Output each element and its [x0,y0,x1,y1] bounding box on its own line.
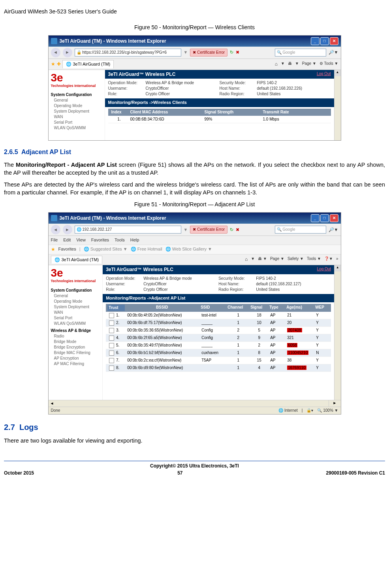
forward-button[interactable]: ► [63,225,72,234]
col-signal: Signal Strength [203,109,261,115]
nav-wan[interactable]: WAN [51,114,102,120]
trust-checkbox[interactable] [109,313,114,318]
minimize-button[interactable]: _ [311,214,319,222]
table-row: 6.00:0b:6b:b1:b2:bf(WistronNew)cuxhaven1… [106,349,331,357]
menu-tools[interactable]: Tools [115,237,125,243]
favorites-icon[interactable]: ★ [51,246,55,253]
screenshot-adjacent-ap: 3eTI AirGuard (TM) - Windows Internet Ex… [48,212,341,415]
back-button[interactable]: ◄ [51,225,60,234]
info-block: Operation Mode:Wireless AP & Bridge mode… [105,79,334,98]
suggested-sites-link[interactable]: 🌐 Suggested Sites ▼ [84,246,128,252]
nav-general[interactable]: General [51,293,100,299]
forward-button[interactable]: ► [63,48,72,57]
trust-checkbox[interactable] [109,351,114,356]
para-1: The Monitoring/Report - Adjacent AP List… [4,161,385,177]
menu-edit[interactable]: Edit [63,237,71,243]
trust-checkbox[interactable] [109,366,114,371]
address-toolbar: ◄ ► 🌐 192.168.202.127 ▼ ✖ Certificate Er… [49,224,341,236]
col-bssid: BSSID [125,305,199,311]
tab-bar: ★ ✚ 🌐 3eTI AirGuard (TM) ▼ 🖶▼ Page ▼ Too… [49,59,341,70]
window-titlebar: 3eTI AirGuard (TM) - Windows Internet Ex… [49,36,341,47]
nav-general[interactable]: General [51,98,102,103]
favorites-icon[interactable]: ★ [51,61,55,68]
tools-menu[interactable]: Tools ▼ [319,61,338,68]
maximize-button[interactable]: □ [320,214,329,222]
trust-checkbox[interactable] [109,358,114,363]
doc-header: AirGuard WiMesh 3e-523 Series User's Gui… [4,8,385,16]
close-button[interactable]: ✕ [330,37,338,45]
browser-tab[interactable]: 🌐 3eTI AirGuard (TM) [51,256,103,264]
menu-help[interactable]: Help [130,237,139,243]
menu-bar: File Edit View Favorites Tools Help [49,236,341,245]
nav-serial-port[interactable]: Serial Port [51,120,102,125]
window-title: 3eTI AirGuard (TM) - Windows Internet Ex… [60,215,166,222]
trust-checkbox[interactable] [109,335,114,341]
nav-section-sysconfig: System Configuration [51,92,102,98]
url-field[interactable]: 🔒 https://192.168.202.226/cgi-bin/sgatew… [75,49,181,57]
logout-link[interactable]: Log Out [317,266,331,273]
search-input[interactable]: 🔍 Google [275,226,326,234]
table-row: 8.00:0b:6b:d9:80:6e(WistronNew)14AP16769… [106,364,331,372]
menu-favorites[interactable]: Favorites [91,237,109,243]
trust-checkbox[interactable] [109,328,114,333]
zoom-level[interactable]: 🔍 100% ▼ [317,408,338,413]
back-button[interactable]: ◄ [51,48,60,57]
nav-bridge-encryption[interactable]: Bridge Encryption [51,345,100,350]
nav-ap-encryption[interactable]: AP Encryption [51,356,100,361]
nav-section-sysconfig: System Configuration [51,288,100,293]
table-row: 5.00:0b:6b:35:49:f7(WistronNew)_____12AP… [106,342,331,349]
footer-date: October 2015 [4,470,34,477]
cert-error-badge[interactable]: ✖ Certificate Error [190,49,227,57]
nav-ap-mac-filtering[interactable]: AP MAC Filtering [51,361,100,367]
scrollbar[interactable]: ▲ [334,265,340,400]
nav-wlan-qos[interactable]: WLAN QoS/WMM [51,321,100,326]
copyright: Copyright© 2015 Ultra Electronics, 3eTI [4,463,385,469]
nav-operating-mode[interactable]: Operating Mode [51,299,100,304]
nav-operating-mode[interactable]: Operating Mode [51,103,102,109]
tools-menu[interactable]: Tools ▼ [307,256,321,263]
nav-radio[interactable]: Radio [51,334,100,339]
minimize-button[interactable]: _ [311,37,319,45]
search-input[interactable]: 🔍 Google [275,49,326,57]
section-2-7: 2.7 Logs [4,422,385,433]
table-row: 7.00:0b:6b:2c:ea:cf(WistronNew)T5AP115AP… [106,357,331,364]
nav-wlan-qos[interactable]: WLAN QoS/WMM [51,125,102,131]
nav-serial-port[interactable]: Serial Port [51,315,100,321]
window-titlebar: 3eTI AirGuard (TM) - Windows Internet Ex… [49,213,341,224]
col-signal: Signal [249,305,268,311]
maximize-button[interactable]: □ [320,37,329,45]
section-bar: Monitoring/Reports ->Adjacent AP List [103,294,334,302]
scrollbar[interactable]: ▲ [334,70,341,141]
nav-wan[interactable]: WAN [51,310,100,315]
nav-system-deployment[interactable]: System Deployment [51,304,100,310]
nav-bridge-mac-filtering[interactable]: Bridge MAC Filtering [51,350,100,356]
menu-file[interactable]: File [51,237,58,243]
close-button[interactable]: ✕ [330,214,338,222]
url-field[interactable]: 🌐 192.168.202.127 [75,226,181,234]
logout-link[interactable]: Log Out [317,71,331,78]
figure-51-caption: Figure 51 - Monitoring/Report — Adjacent… [4,201,385,209]
page-menu[interactable]: Page ▼ [302,61,316,68]
window-title: 3eTI AirGuard (TM) - Windows Internet Ex… [60,38,166,45]
col-ssid: SSID [199,305,226,311]
browser-tab[interactable]: 🌐 3eTI AirGuard (TM) [62,60,114,68]
free-hotmail-link[interactable]: 🌐 Free Hotmail [131,246,162,252]
cert-error-badge[interactable]: ✖ Certificate Error [190,226,227,234]
web-slice-link[interactable]: 🌐 Web Slice Gallery ▼ [165,246,212,252]
home-button[interactable] [275,61,278,68]
menu-view[interactable]: View [76,237,86,243]
left-nav: 3e Technologies International System Con… [49,70,105,141]
trust-checkbox[interactable] [109,320,114,326]
nav-bridge-mode[interactable]: Bridge Mode [51,339,100,345]
safety-menu[interactable]: Safety ▼ [288,256,304,263]
page-menu[interactable]: Page ▼ [270,256,284,263]
left-nav: 3e Technologies International System Con… [49,265,103,400]
help-icon[interactable]: ❓▼ [324,256,333,263]
col-type: Type [268,305,285,311]
home-button[interactable] [245,256,248,263]
favorites-label[interactable]: Favorites [58,246,76,252]
table-row: 1. 00:0B:6B:34:7D:6D 99% 1.0 Mbps [108,116,331,123]
trust-checkbox[interactable] [109,343,114,348]
add-favorite-icon[interactable]: ✚ [57,61,61,68]
nav-system-deployment[interactable]: System Deployment [51,109,102,114]
